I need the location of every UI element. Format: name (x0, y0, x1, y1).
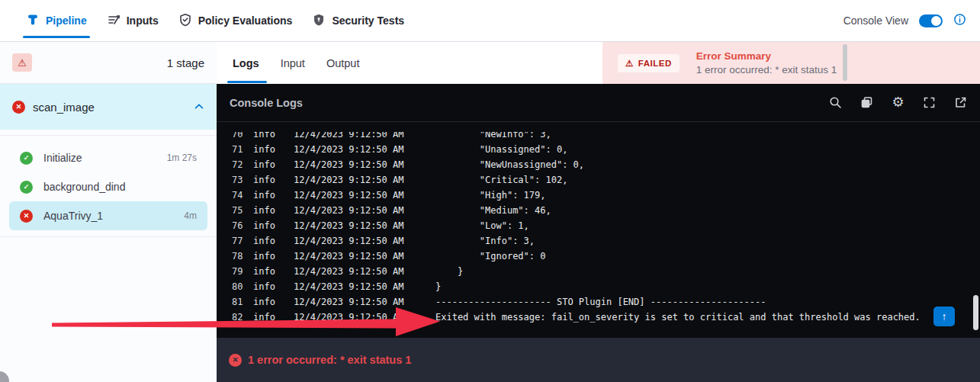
log-timestamp: 12/4/2023 9:12:50 AM (294, 203, 435, 218)
nav-tab-label: Pipeline (46, 14, 87, 27)
stage-warning-icon: ⚠ (12, 53, 32, 72)
nav-tab-label: Security Tests (332, 14, 404, 27)
log-message: } (435, 279, 972, 294)
log-message: Exited with message: fail_on_severity is… (435, 310, 972, 325)
open-in-new-icon[interactable] (954, 96, 967, 109)
log-row: 75 info 12/4/2023 9:12:50 AM "Medium": 4… (217, 203, 972, 218)
tab-input[interactable]: Input (281, 57, 305, 69)
log-timestamp: 12/4/2023 9:12:50 AM (294, 264, 435, 279)
log-level: info (253, 233, 294, 249)
log-level: info (253, 218, 294, 233)
log-row: 77 info 12/4/2023 9:12:50 AM "Info": 3, (217, 233, 972, 249)
error-summary-message: 1 error occurred: * exit status 1 (696, 64, 837, 75)
nav-tab-label: Policy Evaluations (198, 14, 293, 27)
nav-tab-inputs[interactable]: Inputs (107, 0, 159, 41)
log-timestamp: 12/4/2023 9:12:50 AM (294, 157, 435, 172)
log-timestamp: 12/4/2023 9:12:50 AM (294, 218, 435, 233)
log-level: info (253, 264, 294, 279)
spacer (0, 130, 217, 135)
step-row-initialize[interactable]: ✓ Initialize 1m 27s (9, 143, 207, 172)
success-status-icon: ✓ (20, 181, 33, 194)
log-level: info (253, 132, 294, 142)
log-level: info (253, 142, 294, 157)
log-message: "NewUnassigned": 0, (435, 157, 972, 172)
failed-status-icon: ✕ (12, 101, 25, 114)
copy-icon[interactable] (860, 96, 873, 109)
nav-right-controls: Console View (843, 13, 980, 29)
log-row: 81 info 12/4/2023 9:12:50 AM -----------… (217, 294, 972, 310)
error-summary-title: Error Summary (696, 50, 837, 62)
console-view-label: Console View (843, 14, 908, 27)
nav-tab-pipeline[interactable]: Pipeline (26, 0, 87, 41)
top-navigation: Pipeline Inputs Policy Evaluations Sec (0, 0, 980, 42)
log-line-number: 73 (232, 172, 253, 188)
chevron-up-icon[interactable] (194, 100, 204, 114)
active-tab-underline (23, 36, 90, 38)
log-list: 70 info 12/4/2023 9:12:50 AM "NewInfo": … (217, 132, 972, 325)
log-row: 76 info 12/4/2023 9:12:50 AM "Low": 1, (217, 218, 972, 233)
nav-tab-label: Inputs (127, 14, 159, 27)
shield-check-icon (178, 13, 192, 29)
log-line-number: 79 (232, 264, 253, 279)
log-timestamp: 12/4/2023 9:12:50 AM (294, 279, 435, 294)
log-row: 79 info 12/4/2023 9:12:50 AM } (217, 264, 972, 279)
log-message: "Critical": 102, (435, 172, 972, 188)
divider (0, 236, 217, 237)
tab-logs[interactable]: Logs (233, 57, 259, 69)
success-status-icon: ✓ (20, 152, 33, 165)
log-timestamp: 12/4/2023 9:12:50 AM (294, 249, 435, 264)
log-level: info (253, 279, 294, 294)
log-timestamp: 12/4/2023 9:12:50 AM (294, 188, 435, 203)
log-level: info (253, 249, 294, 264)
failed-badge-label: FAILED (638, 59, 672, 68)
step-row-aquatrivy[interactable]: ✕ AquaTrivy_1 4m (9, 201, 207, 230)
log-message: "Ignored": 0 (435, 249, 972, 264)
log-message: "Low": 1, (435, 218, 972, 233)
stage-name: scan_image (33, 101, 186, 114)
console-logs-title: Console Logs (230, 97, 303, 109)
inputs-icon (107, 13, 120, 29)
stage-count: 1 stage (167, 56, 204, 69)
console-view-toggle[interactable] (919, 14, 943, 27)
settings-gear-icon[interactable]: ⚙ (892, 96, 904, 109)
info-icon[interactable] (953, 13, 966, 29)
fullscreen-icon[interactable] (923, 96, 936, 109)
error-panel-scrollbar[interactable] (843, 44, 847, 81)
log-message: "Unassigned": 0, (435, 142, 972, 157)
top-nav-tabs: Pipeline Inputs Policy Evaluations Sec (26, 0, 404, 41)
scroll-to-top-button[interactable]: ↑ (933, 307, 955, 326)
log-line-number: 71 (232, 142, 253, 157)
step-row-background-dind[interactable]: ✓ background_dind (9, 172, 207, 201)
search-icon[interactable] (829, 96, 842, 109)
step-duration: 1m 27s (167, 152, 197, 163)
log-level: info (253, 203, 294, 218)
app-root: { "nav": { "tabs": [ { "label": "Pipelin… (0, 0, 980, 382)
log-level: info (253, 188, 294, 203)
error-summary-texts: Error Summary 1 error occurred: * exit s… (696, 50, 837, 75)
warning-triangle-icon: ⚠ (625, 58, 634, 69)
log-row: 80 info 12/4/2023 9:12:50 AM } (217, 279, 972, 294)
log-row: 74 info 12/4/2023 9:12:50 AM "High": 179… (217, 188, 972, 203)
stage-summary-row: ⚠ 1 stage (0, 42, 217, 84)
stage-row-scan-image[interactable]: ✕ scan_image (0, 84, 217, 130)
shield-lock-icon (312, 13, 326, 29)
log-message: "NewInfo": 3, (435, 132, 972, 142)
log-level: info (253, 294, 294, 310)
log-timestamp: 12/4/2023 9:12:50 AM (294, 233, 435, 249)
log-timestamp: 12/4/2023 9:12:50 AM (294, 172, 435, 188)
nav-tab-security-tests[interactable]: Security Tests (312, 0, 404, 41)
log-scroll-area[interactable]: 70 info 12/4/2023 9:12:50 AM "NewInfo": … (217, 132, 972, 333)
console-toolbar: ⚙ (829, 96, 967, 109)
log-row: 71 info 12/4/2023 9:12:50 AM "Unassigned… (217, 142, 972, 157)
step-detail-tabs: Logs Input Output (217, 42, 602, 84)
step-name: AquaTrivy_1 (43, 210, 103, 222)
steps-list: ✓ Initialize 1m 27s ✓ background_dind ✕ … (0, 136, 217, 230)
step-details-header: Logs Input Output ⚠ FAILED Error Summary… (217, 42, 980, 84)
console-scrollbar-thumb[interactable] (973, 295, 978, 330)
main-panel: Logs Input Output ⚠ FAILED Error Summary… (217, 42, 980, 382)
log-row: 70 info 12/4/2023 9:12:50 AM "NewInfo": … (217, 132, 972, 142)
nav-tab-policy-evaluations[interactable]: Policy Evaluations (178, 0, 293, 41)
tab-output[interactable]: Output (326, 57, 360, 69)
step-name: background_dind (43, 181, 125, 193)
step-name: Initialize (43, 152, 82, 164)
